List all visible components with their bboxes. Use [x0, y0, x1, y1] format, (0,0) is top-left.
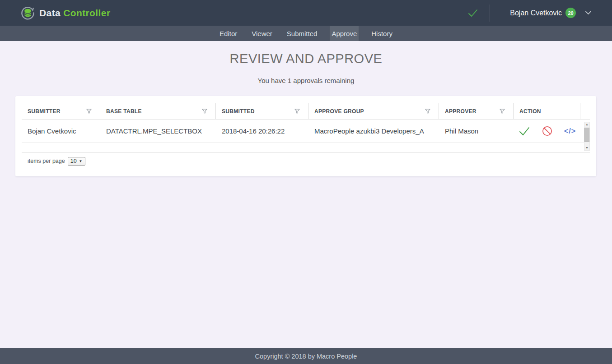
filter-icon[interactable] [202, 109, 207, 114]
filter-icon[interactable] [500, 109, 505, 114]
chevron-down-icon[interactable] [585, 10, 592, 15]
cell-approver: Phil Mason [439, 127, 514, 135]
approvals-count-badge: 20 [565, 8, 576, 18]
app-title: DataController [39, 8, 110, 18]
user-menu[interactable]: Bojan Cvetkovic 20 [510, 8, 592, 18]
main-nav: Editor Viewer Submitted Approve History [0, 26, 612, 41]
select-caret-icon: ▼ [79, 159, 83, 163]
tab-editor[interactable]: Editor [218, 26, 239, 41]
database-sync-icon [20, 5, 35, 20]
page-footer: Copyright © 2018 by Macro People [0, 348, 612, 364]
grid-pager: items per page 10 ▼ [22, 153, 590, 176]
scrollbar-gutter [580, 103, 590, 119]
table-row: Bojan Cvetkovic DATACTRL.MPE_SELECTBOX 2… [22, 120, 590, 143]
page-title: REVIEW AND APPROVE [0, 52, 612, 65]
approvals-card: SUBMITTER BASE TABLE SUBMITTED APPROVE G… [15, 96, 596, 176]
filter-icon[interactable] [294, 109, 300, 114]
filter-icon[interactable] [425, 109, 430, 114]
scroll-down-arrow[interactable]: ▼ [585, 146, 589, 150]
approvals-grid: SUBMITTER BASE TABLE SUBMITTED APPROVE G… [22, 103, 590, 176]
grid-body: Bojan Cvetkovic DATACTRL.MPE_SELECTBOX 2… [22, 120, 590, 153]
tab-history[interactable]: History [369, 26, 394, 41]
cell-approve-group: MacroPeople azukbi3 Developers_A [308, 127, 439, 135]
cell-submitted: 2018-04-16 20:26:22 [216, 127, 308, 135]
user-name: Bojan Cvetkovic [510, 9, 562, 17]
reject-button[interactable] [542, 126, 552, 136]
tab-viewer[interactable]: Viewer [250, 26, 274, 41]
column-header-approve-group: APPROVE GROUP [308, 103, 439, 119]
tab-submitted[interactable]: Submitted [285, 26, 319, 41]
cell-base-table: DATACTRL.MPE_SELECTBOX [100, 127, 216, 135]
scroll-up-arrow[interactable]: ▲ [585, 122, 589, 127]
approvals-remaining-text: You have 1 approvals remaining [0, 77, 612, 84]
cell-actions: </> [514, 126, 580, 136]
column-header-submitter: SUBMITTER [22, 103, 100, 119]
top-header-bar: DataController Bojan Cvetkovic 20 [0, 0, 612, 26]
grid-header-row: SUBMITTER BASE TABLE SUBMITTED APPROVE G… [22, 103, 590, 120]
check-icon [467, 8, 479, 18]
cell-submitter: Bojan Cvetkovic [22, 127, 100, 135]
scrollbar-thumb[interactable] [584, 128, 589, 142]
items-per-page-value: 10 [70, 158, 77, 164]
approve-button[interactable] [519, 126, 530, 136]
tab-approve[interactable]: Approve [330, 26, 359, 41]
column-header-base-table: BASE TABLE [100, 103, 216, 119]
column-header-approver: APPROVER [439, 103, 514, 119]
header-divider [490, 5, 490, 22]
column-header-action: ACTION [514, 103, 580, 119]
app-logo[interactable]: DataController [20, 5, 110, 20]
vertical-scrollbar[interactable]: ▲ ▼ [584, 122, 590, 151]
filter-icon[interactable] [86, 109, 92, 114]
view-code-button[interactable]: </> [564, 127, 576, 135]
items-per-page-select[interactable]: 10 ▼ [68, 157, 85, 166]
items-per-page-label: items per page [28, 157, 65, 166]
copyright-text: Copyright © 2018 by Macro People [255, 353, 357, 360]
column-header-submitted: SUBMITTED [216, 103, 308, 119]
